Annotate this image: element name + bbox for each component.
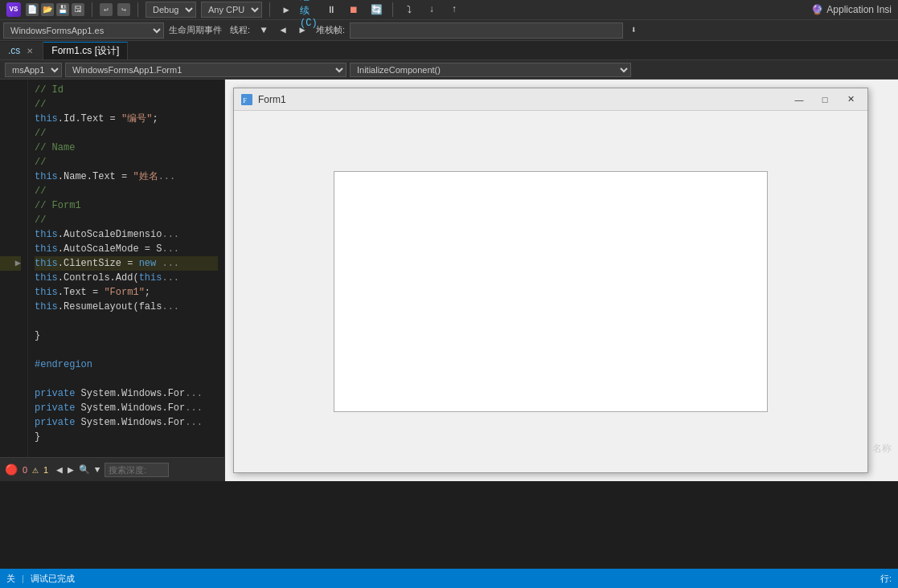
form1-maximize-btn[interactable]: □: [814, 92, 835, 107]
tab-cs-close[interactable]: ✕: [25, 46, 35, 56]
tab-form1-label: Form1.cs [设计]: [51, 44, 119, 58]
code-line: //: [35, 155, 218, 169]
code-line: private System.Windows.For...: [35, 415, 218, 430]
namespace-select[interactable]: msApp1: [5, 63, 62, 77]
separator-3: [269, 2, 270, 17]
code-line: #endregion: [35, 357, 218, 372]
code-line: }: [35, 430, 218, 444]
code-scroll: ▶ // Id // this.Id.Text = "编号"; // //: [0, 80, 224, 457]
app-title-text: 🔮 Application Insi: [811, 4, 892, 15]
code-line: this.Id.Text = "编号";: [35, 112, 218, 126]
code-content[interactable]: // Id // this.Id.Text = "编号"; // // Name…: [28, 80, 224, 457]
thread-prev-icon[interactable]: ◀: [274, 22, 292, 39]
status-sep: |: [22, 574, 24, 583]
code-line: //: [35, 184, 218, 198]
form1-titlebar: F Form1 — □ ✕: [234, 88, 867, 111]
step-out-btn[interactable]: ↑: [445, 1, 463, 18]
form1-window: F Form1 — □ ✕: [233, 88, 868, 473]
open-icon[interactable]: 📂: [41, 3, 54, 16]
code-line: //: [35, 213, 218, 227]
designer-panel: F Form1 — □ ✕ 名称: [225, 80, 898, 481]
svg-text:F: F: [243, 96, 247, 104]
main-area: ▶ // Id // this.Id.Text = "编号"; // //: [0, 80, 898, 481]
pause-btn[interactable]: ⏸: [322, 1, 340, 18]
code-line: this.AutoScaleDimensio...: [35, 227, 218, 242]
tab-form1-design[interactable]: Form1.cs [设计]: [43, 42, 128, 59]
code-bottom-bar: 🔴 0 ⚠ 1 ◀ ▶ 🔍 ▼: [0, 457, 224, 481]
stop-btn[interactable]: ⏹: [345, 1, 363, 18]
code-line: this.Text = "Form1";: [35, 285, 218, 300]
save-all-icon[interactable]: 🖫: [72, 3, 84, 16]
code-line: // Id: [35, 83, 218, 97]
step-into-btn[interactable]: ↓: [423, 1, 441, 18]
code-line: private System.Windows.For...: [35, 401, 218, 415]
toolbar2: WindowsFormsApp1.es 生命周期事件 线程: ▼ ◀ ▶ 堆栈帧…: [0, 20, 898, 41]
code-line: [35, 314, 218, 329]
step-over-btn[interactable]: ⤵: [400, 1, 418, 18]
cpu-select[interactable]: Any CPU: [201, 2, 262, 18]
lifecycle-label: 生命周期事件: [166, 24, 225, 36]
status-bar: 关 | 调试已完成 行:: [0, 569, 898, 588]
vs-logo: VS: [6, 2, 21, 17]
separator-1: [92, 2, 92, 17]
thread-label: 线程:: [227, 24, 253, 36]
redo-icon[interactable]: ↪: [117, 3, 130, 16]
tab-bar: .cs ✕ Form1.cs [设计]: [0, 41, 898, 60]
error-count: 0: [23, 465, 27, 475]
form1-body: [234, 111, 867, 472]
tab-cs-label: .cs: [8, 45, 20, 56]
title-bar: VS 📄 📂 💾 🖫 ↩ ↪ Debug Any CPU ▶ 继续(C) ⏸ ⏹…: [0, 0, 898, 20]
code-line: // Form1: [35, 198, 218, 213]
code-line: this.Controls.Add(this...: [35, 271, 218, 285]
filter-icon[interactable]: 🔍: [79, 464, 90, 475]
code-line: this.AutoScaleMode = S...: [35, 242, 218, 256]
app-title-label: Application Insi: [826, 4, 892, 15]
tab-cs[interactable]: .cs ✕: [0, 42, 43, 59]
warning-icon[interactable]: ⚠: [32, 463, 39, 476]
play-btn[interactable]: ▶: [277, 1, 295, 18]
new-project-icon[interactable]: 📄: [26, 3, 39, 16]
title-bar-left: VS 📄 📂 💾 🖫 ↩ ↪ Debug Any CPU ▶ 继续(C) ⏸ ⏹…: [6, 1, 808, 18]
stacktrace-label: 堆栈帧:: [313, 24, 348, 36]
form1-app-icon: F: [241, 94, 252, 105]
form1-close-btn[interactable]: ✕: [840, 92, 861, 107]
code-line: this.Name.Text = "姓名...: [35, 169, 218, 184]
stacktrace-down-icon[interactable]: ⬇: [625, 22, 642, 39]
error-icon[interactable]: 🔴: [5, 463, 18, 476]
line-numbers: ▶: [0, 80, 28, 457]
nav-bar: msApp1 WindowsFormsApp1.Form1 Initialize…: [0, 60, 898, 80]
thread-filter-icon[interactable]: ▼: [255, 22, 273, 39]
app-title-icon: 🔮: [811, 4, 823, 15]
nav-fwd-icon[interactable]: ▶: [68, 463, 74, 476]
nav-back-icon[interactable]: ◀: [56, 463, 63, 476]
warning-count: 1: [43, 465, 48, 475]
properties-label-text: 名称: [872, 443, 892, 454]
code-line: private System.Windows.For...: [35, 386, 218, 401]
separator-4: [392, 2, 393, 17]
stacktrace-search[interactable]: [350, 22, 623, 39]
code-line: // Name: [35, 141, 218, 155]
form1-title-text: Form1: [258, 94, 784, 105]
restart-btn[interactable]: 🔄: [367, 1, 385, 18]
undo-icon[interactable]: ↩: [100, 3, 113, 16]
search-input[interactable]: [105, 463, 169, 477]
project-select[interactable]: WindowsFormsApp1.es: [3, 22, 164, 39]
status-line: 行:: [880, 573, 892, 585]
thread-next-icon[interactable]: ▶: [293, 22, 311, 39]
code-line: [35, 372, 218, 386]
form1-inner-box: [334, 171, 768, 412]
form1-minimize-btn[interactable]: —: [789, 92, 810, 107]
code-line: //: [35, 126, 218, 141]
more-icon[interactable]: ▼: [95, 465, 100, 475]
continue-btn[interactable]: 继续(C): [300, 1, 318, 18]
code-line: this.ResumeLayout(fals...: [35, 300, 218, 314]
code-line: [35, 343, 218, 357]
debug-mode-select[interactable]: Debug: [146, 2, 196, 18]
properties-label: 名称: [872, 442, 892, 455]
code-panel: ▶ // Id // this.Id.Text = "编号"; // //: [0, 80, 225, 481]
method-select[interactable]: InitializeComponent(): [350, 63, 631, 77]
status-ready: 关: [6, 573, 15, 585]
code-line: }: [35, 329, 218, 343]
save-icon[interactable]: 💾: [56, 3, 69, 16]
class-select[interactable]: WindowsFormsApp1.Form1: [65, 63, 346, 77]
